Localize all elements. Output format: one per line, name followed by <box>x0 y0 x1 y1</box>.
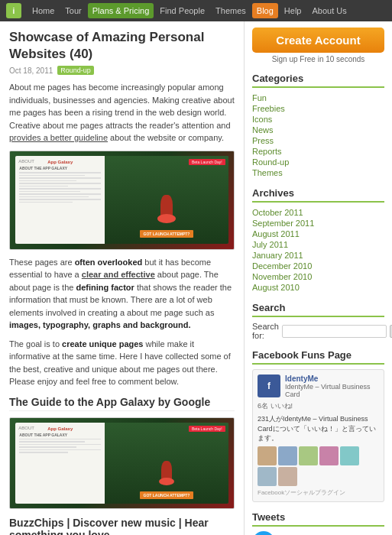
cat-news[interactable]: News <box>252 125 384 135</box>
arch-aug2011[interactable]: August 2011 <box>252 229 384 239</box>
nav-home[interactable]: Home <box>28 3 59 18</box>
fb-photo-1 <box>258 446 277 465</box>
archives-section: Archives October 2011 September 2011 Aug… <box>252 187 384 293</box>
archives-heading: Archives <box>252 187 384 203</box>
fb-header: f IdentyMe IdentyMe – Virtual Business C… <box>258 374 379 398</box>
fb-likes: 6名 いいね! <box>258 401 379 411</box>
arch-aug2010[interactable]: August 2010 <box>252 282 384 293</box>
arch-jul2011[interactable]: July 2011 <box>252 239 384 250</box>
fb-photo-5 <box>340 446 359 465</box>
arch-jan2011[interactable]: January 2011 <box>252 250 384 261</box>
article-para2: These pages are often overlooked but it … <box>9 256 235 332</box>
arch-nov2010[interactable]: November 2010 <box>252 271 384 282</box>
create-account-button[interactable]: Create Account <box>252 28 384 53</box>
nav-themes[interactable]: Themes <box>211 3 251 18</box>
site-logo[interactable]: i <box>6 3 21 18</box>
nav-links: Home Tour Plans & Pricing Find People Th… <box>28 3 352 18</box>
facebook-section: Facebook Funs Page f IdentyMe IdentyMe –… <box>252 349 384 502</box>
nav-blog[interactable]: Blog <box>252 3 278 18</box>
tweet-header: i IdentyMe @IdentyMe <box>252 531 384 535</box>
sidebar: Create Account Sign up Free in 10 second… <box>245 21 392 535</box>
section1-title: The Guide to the App Galaxy by Google <box>9 396 235 411</box>
search-section: Search Search for: Search <box>252 302 384 340</box>
fb-photo-4 <box>319 446 339 465</box>
fb-photo-3 <box>299 446 318 465</box>
fb-photo-7 <box>278 467 297 486</box>
fb-photos <box>258 446 379 486</box>
tweets-section: Tweets i IdentyMe @IdentyMe IdentyMe Ide… <box>252 511 384 535</box>
fb-plugin: Facebookソーシャルプラグイン <box>258 488 379 497</box>
tweet-avatar: i <box>252 531 275 535</box>
cat-icons[interactable]: Icons <box>252 114 384 125</box>
nav-help[interactable]: Help <box>280 3 306 18</box>
article-title: Showcase of Amazing Personal Websites (4… <box>9 29 235 63</box>
fb-brand: IdentyMe – Virtual Business Card <box>285 383 379 398</box>
cta-subtext: Sign up Free in 10 seconds <box>252 55 384 63</box>
cat-reports[interactable]: Reports <box>252 146 384 157</box>
fb-name[interactable]: IdentyMe <box>285 374 379 383</box>
screenshot-1: App Galaxy ABOUT THE APP GALAXY <box>9 151 235 250</box>
article-date: Oct 18, 2011 <box>9 66 53 75</box>
nav-findpeople[interactable]: Find People <box>155 3 209 18</box>
section2-title: BuzzChips | Discover new music | Hear so… <box>9 517 235 535</box>
nav-plans[interactable]: Plans & Pricing <box>88 3 154 18</box>
fb-avatar: f <box>258 374 280 397</box>
search-heading: Search <box>252 302 384 317</box>
cat-freebies[interactable]: Freebies <box>252 103 384 114</box>
cat-roundup[interactable]: Round-up <box>252 157 384 167</box>
fb-photo-2 <box>278 446 297 465</box>
tweets-heading: Tweets <box>252 511 384 527</box>
nav-tour[interactable]: Tour <box>60 3 86 18</box>
search-input[interactable] <box>282 325 387 338</box>
main-content: Showcase of Amazing Personal Websites (4… <box>0 21 245 535</box>
fb-heading: Facebook Funs Page <box>252 349 384 365</box>
article-para3: The goal is to create unique pages while… <box>9 338 235 388</box>
cat-themes[interactable]: Themes <box>252 167 384 178</box>
nav-about[interactable]: About Us <box>307 3 351 18</box>
page-wrap: Showcase of Amazing Personal Websites (4… <box>0 21 392 535</box>
article-tag[interactable]: Round-up <box>57 66 94 75</box>
search-label: Search for: <box>252 322 279 340</box>
fb-desc: 231人がIdentyMe – Virtual Business Cardについ… <box>258 414 379 443</box>
fb-block: f IdentyMe IdentyMe – Virtual Business C… <box>252 369 384 502</box>
cat-press[interactable]: Press <box>252 135 384 146</box>
arch-sep2011[interactable]: September 2011 <box>252 218 384 229</box>
arch-oct2011[interactable]: October 2011 <box>252 207 384 218</box>
article-meta: Oct 18, 2011 Round-up <box>9 66 235 75</box>
navigation: i Home Tour Plans & Pricing Find People … <box>0 0 392 21</box>
cat-fun[interactable]: Fun <box>252 92 384 103</box>
categories-heading: Categories <box>252 73 384 88</box>
fb-photo-6 <box>258 467 277 486</box>
categories-section: Categories Fun Freebies Icons News Press… <box>252 73 384 178</box>
search-row: Search for: Search <box>252 322 384 340</box>
screenshot-2: App Galaxy ABOUT THE APP GALAXY GOT LAUN… <box>9 417 235 509</box>
cta-block: Create Account Sign up Free in 10 second… <box>252 28 384 63</box>
article-intro: About me pages has become increasingly p… <box>9 81 235 144</box>
arch-dec2010[interactable]: December 2010 <box>252 261 384 271</box>
